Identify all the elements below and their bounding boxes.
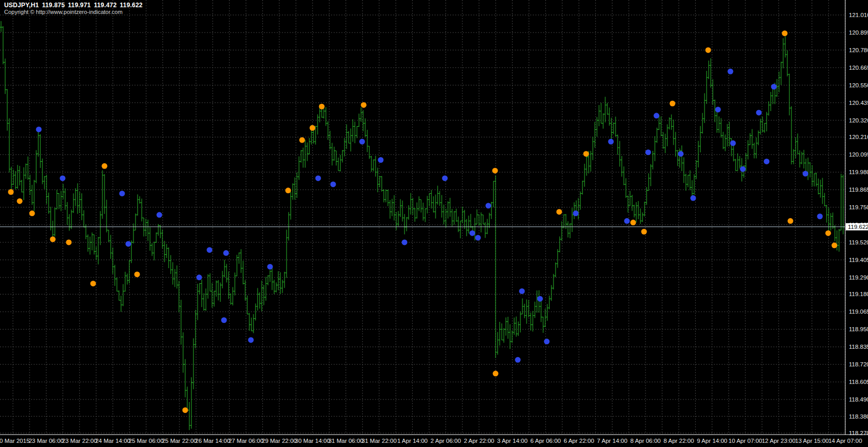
blue-signal-dot	[624, 218, 630, 224]
blue-signal-dot	[803, 171, 809, 177]
blue-signal-dot	[515, 357, 521, 363]
orange-signal-dot	[631, 220, 636, 225]
blue-signal-dot	[470, 230, 475, 236]
time-scale-label: 2 Apr 22:00	[464, 438, 495, 444]
price-scale-label: 120.665	[849, 65, 868, 71]
blue-signal-dot	[248, 337, 254, 343]
price-scale-label: 118.490	[849, 396, 868, 403]
blue-signal-dot	[267, 264, 273, 270]
blue-signal-dot	[223, 250, 229, 256]
time-scale-label: 20 Mar 2015	[0, 438, 29, 444]
orange-signal-dot	[102, 163, 108, 169]
orange-signal-dot	[66, 239, 72, 245]
price-scale-label: 119.405	[849, 257, 868, 263]
blue-signal-dot	[764, 159, 770, 164]
price-scale-label: 120.780	[849, 47, 868, 53]
chart-grid	[0, 0, 845, 435]
orange-signal-dot	[557, 209, 562, 214]
time-scale-label: 2 Apr 06:00	[430, 438, 461, 444]
time-scale-label: 7 Apr 14:00	[597, 438, 627, 444]
time-scale-label: 12 Apr 23:00	[762, 438, 796, 444]
orange-signal-dot	[641, 229, 647, 235]
price-scale-label: 120.095	[849, 151, 868, 158]
price-bars	[0, 21, 844, 430]
ohlc-open-value: 119.875	[42, 2, 65, 9]
time-scale-label: 8 Apr 06:00	[630, 438, 661, 444]
price-scale-label: 118.270	[849, 430, 868, 436]
blue-signal-dot	[715, 107, 721, 113]
blue-signal-dot	[771, 84, 777, 89]
time-scale-label: 31 Mar 06:00	[328, 438, 364, 444]
current-price-marker: 119.622	[846, 223, 868, 230]
orange-signal-dot	[361, 102, 367, 108]
blue-signal-dot	[60, 175, 66, 181]
orange-signal-dot	[670, 101, 676, 106]
price-scale-label: 118.950	[849, 326, 868, 332]
price-scale-label: 119.980	[849, 169, 868, 175]
orange-signal-dot	[583, 151, 589, 157]
time-scale-label: 30 Mar 14:00	[295, 438, 330, 444]
orange-signal-dot	[788, 218, 794, 224]
orange-signal-dot	[706, 47, 711, 53]
time-scale-label: 26 Mar 14:00	[195, 438, 230, 444]
price-chart-canvas[interactable]: 121.010120.895120.780120.665120.550120.4…	[0, 0, 868, 447]
price-scale-label: 120.320	[849, 117, 868, 124]
price-scale-label: 120.550	[849, 82, 868, 88]
price-scale-label: 118.720	[849, 361, 868, 367]
time-scale-label: 29 Mar 22:00	[262, 438, 297, 444]
blue-signal-dot	[221, 317, 227, 323]
price-scale-label: 118.605	[849, 379, 868, 385]
price-scale-label: 119.290	[849, 274, 868, 281]
orange-signal-dot	[832, 242, 837, 248]
blue-signal-dot	[119, 191, 125, 196]
blue-signal-dot	[442, 175, 448, 181]
time-scale-label: 14 Apr 07:00	[828, 438, 862, 444]
blue-signal-dot	[126, 241, 131, 246]
time-scale-label: 23 Mar 22:00	[62, 438, 97, 444]
orange-signal-dot	[50, 237, 56, 242]
mt4-chart-window[interactable]: USDJPY,H1119.875119.971119.472119.622 Co…	[0, 0, 868, 447]
orange-signal-dot	[17, 198, 23, 204]
blue-signal-dot	[691, 195, 696, 201]
orange-signal-dot	[134, 271, 140, 277]
orange-signal-dot	[493, 371, 499, 376]
orange-signal-dot	[286, 188, 291, 193]
ohlc-close-value: 119.622	[120, 2, 143, 9]
orange-signal-dot	[492, 168, 498, 174]
orange-signal-dot	[782, 30, 788, 36]
orange-signal-dot	[183, 407, 188, 413]
price-scale-label: 120.210	[849, 134, 868, 140]
orange-signal-dot	[91, 281, 96, 286]
price-scale-label: 118.835	[849, 344, 868, 350]
orange-signal-dot	[826, 230, 831, 236]
blue-signal-dot	[360, 139, 365, 145]
time-scale[interactable]: 20 Mar 201523 Mar 06:0023 Mar 22:0024 Ma…	[0, 438, 862, 444]
time-scale-label: 25 Mar 22:00	[162, 438, 197, 444]
blue-signal-dot	[608, 139, 614, 145]
price-scale-label: 120.435	[849, 100, 868, 106]
blue-signal-dot	[331, 181, 336, 187]
indicator-copyright-label: Copyright © http://www.pointzero-indicat…	[4, 9, 123, 15]
orange-signal-dot	[8, 189, 14, 195]
blue-signal-dot	[544, 338, 550, 344]
time-scale-label: 13 Apr 15:00	[795, 438, 829, 444]
blue-signal-dot	[573, 210, 579, 216]
blue-signal-dot	[519, 288, 525, 294]
time-scale-label: 1 Apr 14:00	[397, 438, 428, 444]
symbol-timeframe-label: USDJPY,H1	[4, 2, 39, 9]
blue-signal-dot	[316, 175, 321, 181]
blue-signal-dot	[740, 166, 746, 172]
blue-signal-dot	[730, 141, 736, 146]
time-scale-label: 3 Apr 14:00	[497, 438, 528, 444]
time-scale-label: 6 Apr 06:00	[530, 438, 561, 444]
orange-signal-dot	[310, 125, 316, 131]
price-scale-label: 119.065	[849, 309, 868, 315]
price-scale-label: 118.380	[849, 413, 868, 420]
ohlc-low-value: 119.472	[94, 2, 116, 9]
current-price-value: 119.622	[848, 224, 868, 230]
blue-signal-dot	[486, 203, 491, 209]
price-scale-label: 120.895	[849, 29, 868, 36]
time-scale-label: 6 Apr 22:00	[564, 438, 594, 444]
blue-signal-dot	[646, 149, 651, 155]
axis-frame	[0, 0, 868, 435]
